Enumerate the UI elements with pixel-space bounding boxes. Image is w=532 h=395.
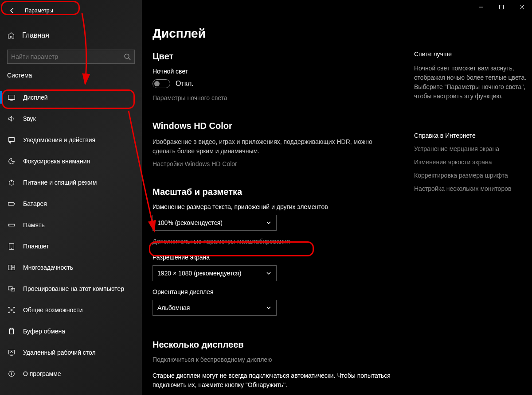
sidebar-item-label: О программе (23, 370, 61, 377)
page-title: Дисплей (153, 27, 396, 41)
maximize-icon (499, 4, 504, 10)
night-light-settings-link[interactable]: Параметры ночного света (153, 94, 396, 101)
sidebar-item-shared[interactable]: Общие возможности (0, 299, 142, 321)
focus-icon (7, 157, 16, 166)
sidebar-item-power[interactable]: Питание и спящий режим (0, 172, 142, 193)
svg-line-1 (129, 58, 130, 60)
help-link-flicker[interactable]: Устранение мерцания экрана (414, 145, 529, 152)
chevron-down-icon (266, 305, 272, 311)
section-scale-heading: Масштаб и разметка (153, 187, 396, 197)
svg-rect-35 (500, 5, 504, 9)
svg-point-10 (10, 225, 11, 226)
sidebar-section-label: Система (0, 64, 142, 81)
sidebar-item-remote[interactable]: Удаленный рабочий стол (0, 342, 142, 363)
svg-line-23 (10, 308, 12, 310)
night-light-toggle-row: Откл. (153, 79, 396, 88)
night-light-label: Ночной свет (153, 68, 396, 75)
scale-size-label: Изменение размера текста, приложений и д… (153, 203, 396, 210)
chevron-down-icon (266, 220, 272, 226)
sleep-better-desc: Ночной свет поможет вам заснуть, отображ… (414, 64, 529, 101)
sidebar-item-projecting[interactable]: Проецирование на этот компьютер (0, 278, 142, 299)
close-button[interactable] (512, 0, 532, 14)
content-column: Дисплей Цвет Ночной свет Откл. Параметры… (153, 27, 396, 395)
minimize-button[interactable] (471, 0, 491, 14)
help-link-brightness[interactable]: Изменение яркости экрана (414, 159, 529, 166)
svg-line-24 (12, 308, 14, 310)
close-icon (519, 4, 524, 10)
sidebar-item-storage[interactable]: Память (0, 214, 142, 236)
svg-rect-7 (8, 202, 14, 205)
scale-size-value: 100% (рекомендуется) (157, 219, 223, 226)
sidebar-home[interactable]: Главная (0, 27, 142, 44)
chevron-down-icon (266, 270, 272, 276)
svg-rect-13 (8, 265, 11, 270)
sidebar: Параметры Главная Система Дисплей Звук У… (0, 0, 142, 395)
advanced-scaling-link[interactable]: Дополнительные параметры масштабирования (153, 238, 396, 245)
sidebar-item-label: Планшет (23, 243, 49, 250)
window-controls (471, 0, 532, 14)
search-box[interactable] (7, 50, 135, 64)
svg-point-0 (125, 54, 129, 58)
svg-rect-15 (12, 268, 15, 270)
minimize-icon (478, 4, 484, 10)
tablet-icon (7, 242, 16, 251)
right-panel: Спите лучше Ночной свет поможет вам засн… (414, 27, 529, 395)
remote-icon (7, 348, 16, 357)
shared-icon (7, 306, 16, 314)
sidebar-item-notifications[interactable]: Уведомления и действия (0, 129, 142, 151)
orientation-dropdown[interactable]: Альбомная (153, 300, 277, 316)
arrow-left-icon (9, 7, 16, 14)
section-hd-heading: Windows HD Color (153, 121, 396, 131)
home-icon (7, 31, 15, 39)
sidebar-item-label: Звук (23, 115, 36, 122)
back-button[interactable] (4, 4, 21, 18)
sidebar-item-clipboard[interactable]: Буфер обмена (0, 321, 142, 342)
search-input[interactable] (11, 53, 124, 60)
projecting-icon (7, 284, 16, 293)
night-light-toggle[interactable] (153, 79, 170, 88)
sidebar-item-tablet[interactable]: Планшет (0, 236, 142, 257)
sidebar-item-label: Память (23, 221, 45, 228)
scale-size-dropdown[interactable]: 100% (рекомендуется) (153, 215, 277, 231)
svg-point-33 (11, 372, 12, 373)
help-link-monitors[interactable]: Настройка нескольких мониторов (414, 185, 529, 192)
sidebar-item-multitasking[interactable]: Многозадачность (0, 257, 142, 278)
help-heading: Справка в Интернете (414, 132, 529, 139)
sidebar-item-label: Многозадачность (23, 264, 73, 271)
svg-rect-14 (12, 265, 15, 267)
svg-rect-8 (14, 203, 15, 205)
nav-list: Дисплей Звук Уведомления и действия Фоку… (0, 87, 142, 384)
sidebar-item-label: Батарея (23, 200, 47, 207)
sidebar-item-label: Общие возможности (23, 306, 83, 314)
sidebar-item-battery[interactable]: Батарея (0, 193, 142, 214)
svg-rect-2 (8, 95, 15, 100)
search-icon (124, 53, 131, 60)
info-icon (7, 369, 16, 378)
sidebar-item-label: Дисплей (23, 94, 48, 101)
resolution-label: Разрешение экрана (153, 254, 396, 261)
titlebar-left: Параметры (0, 4, 142, 18)
help-link-fontsize[interactable]: Корректировка размера шрифта (414, 172, 529, 179)
maximize-button[interactable] (491, 0, 512, 14)
sidebar-item-label: Фокусировка внимания (23, 158, 90, 165)
wireless-display-link[interactable]: Подключиться к беспроводному дисплею (153, 356, 396, 363)
sidebar-item-about[interactable]: О программе (0, 363, 142, 384)
svg-line-26 (12, 310, 14, 312)
hd-settings-link[interactable]: Настройки Windows HD Color (153, 160, 396, 167)
sidebar-item-display[interactable]: Дисплей (0, 87, 142, 108)
power-icon (7, 178, 16, 187)
sidebar-item-sound[interactable]: Звук (0, 108, 142, 129)
storage-icon (7, 221, 16, 229)
svg-rect-27 (10, 329, 14, 334)
notifications-icon (7, 136, 16, 144)
orientation-label: Ориентация дисплея (153, 288, 396, 295)
section-color-heading: Цвет (153, 51, 396, 62)
resolution-dropdown[interactable]: 1920 × 1080 (рекомендуется) (153, 265, 277, 281)
sleep-better-heading: Спите лучше (414, 50, 529, 58)
sidebar-item-label: Питание и спящий режим (23, 179, 97, 186)
svg-rect-29 (9, 350, 15, 354)
sidebar-item-focus[interactable]: Фокусировка внимания (0, 151, 142, 172)
svg-line-25 (10, 310, 12, 312)
svg-rect-4 (9, 138, 15, 142)
battery-icon (7, 199, 16, 208)
